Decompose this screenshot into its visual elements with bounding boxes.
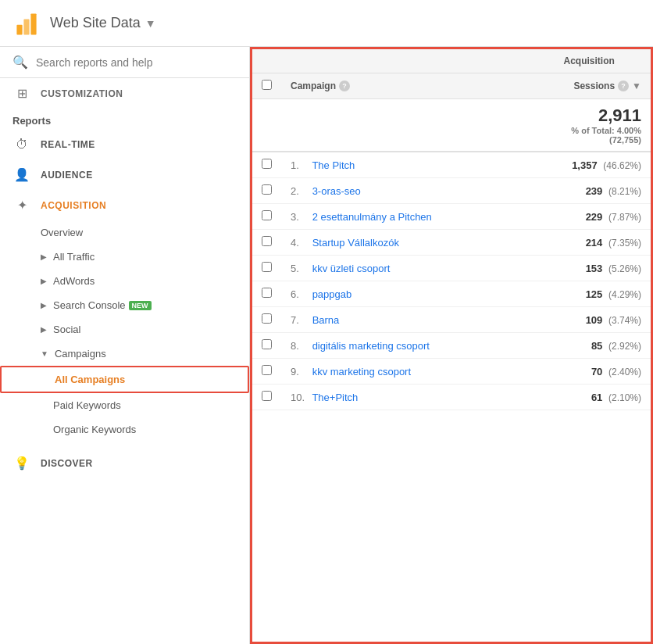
checkbox-header	[252, 49, 281, 73]
sessions-col-label: Sessions	[573, 80, 615, 91]
sessions-value: 85	[591, 340, 602, 352]
all-traffic-label: All Traffic	[53, 251, 95, 263]
row-sessions-cell: 214 (7.35%)	[527, 230, 651, 256]
row-checkbox-cell	[252, 256, 281, 281]
row-campaign-cell: 5. kkv üzleti csoport	[281, 256, 527, 281]
col-headers-row: Campaign ? Sessions ? ▼	[252, 73, 651, 99]
campaign-link[interactable]: pappgab	[312, 288, 352, 300]
campaign-link[interactable]: 2 esettanulmány a Pitchen	[312, 211, 432, 223]
table-row: 5. kkv üzleti csoport 153 (5.26%)	[252, 256, 651, 281]
ga-logo	[12, 9, 41, 38]
nav-sub-item-all-campaigns[interactable]: All Campaigns	[0, 366, 249, 393]
campaign-link[interactable]: kkv marketing csoport	[312, 366, 411, 377]
total-sessions-cell: 2,911 % of Total: 4.00% (72,755)	[527, 99, 651, 152]
row-checkbox[interactable]	[262, 236, 272, 246]
row-checkbox[interactable]	[262, 313, 272, 324]
svg-rect-1	[23, 19, 29, 34]
campaign-link[interactable]: kkv üzleti csoport	[312, 263, 391, 274]
table-row: 6. pappgab 125 (4.29%)	[252, 281, 651, 307]
col-campaign-header[interactable]: Campaign ?	[281, 73, 527, 99]
sessions-value: 1,357	[572, 159, 598, 171]
campaign-link[interactable]: The+Pitch	[312, 392, 358, 403]
search-input[interactable]	[36, 56, 237, 69]
acquisition-label: ACQUISITION	[41, 200, 106, 211]
campaigns-label: Campaigns	[55, 348, 106, 360]
campaign-link[interactable]: Startup Vállalkozók	[312, 237, 399, 249]
total-pct-value: (72,755)	[609, 135, 641, 145]
sidebar-item-audience[interactable]: 👤 AUDIENCE	[0, 159, 249, 190]
row-number: 1.	[291, 159, 309, 171]
sessions-pct: (7.87%)	[608, 212, 641, 223]
row-checkbox[interactable]	[262, 365, 272, 375]
row-checkbox[interactable]	[262, 210, 272, 220]
app-header: Web Site Data ▼	[0, 0, 653, 47]
campaign-link[interactable]: digitális marketing csoport	[312, 340, 430, 352]
campaigns-table: Acquisition Campaign ?	[252, 49, 651, 410]
total-pct-label: % of Total: 4.00%	[571, 126, 641, 135]
audience-icon: 👤	[12, 167, 31, 182]
nav-sub-item-organic-keywords[interactable]: Organic Keywords	[0, 417, 249, 442]
row-checkbox-cell	[252, 152, 281, 178]
site-title[interactable]: Web Site Data ▼	[50, 15, 156, 31]
row-sessions-cell: 229 (7.87%)	[527, 204, 651, 230]
row-checkbox[interactable]	[262, 391, 272, 401]
sessions-value: 125	[586, 288, 603, 300]
search-bar: 🔍	[0, 47, 249, 78]
row-checkbox[interactable]	[262, 159, 272, 169]
sidebar: 🔍 ⊞ CUSTOMIZATION Reports ⏱ REAL-TIME 👤 …	[0, 47, 250, 644]
discover-label: DISCOVER	[41, 458, 93, 469]
nav-item-adwords[interactable]: ▶ AdWords	[0, 269, 249, 293]
search-icon: 🔍	[12, 55, 28, 70]
sidebar-item-discover[interactable]: 💡 DISCOVER	[0, 448, 249, 478]
social-label: Social	[53, 324, 80, 335]
social-arrow: ▶	[41, 325, 47, 334]
paid-keywords-label: Paid Keywords	[53, 399, 121, 411]
discover-icon: 💡	[12, 456, 31, 470]
row-number: 3.	[291, 211, 309, 223]
adwords-arrow: ▶	[41, 277, 47, 285]
table-row: 9. kkv marketing csoport 70 (2.40%)	[252, 359, 651, 385]
campaign-help-icon[interactable]: ?	[339, 80, 350, 91]
all-traffic-arrow: ▶	[41, 252, 47, 261]
search-console-arrow: ▶	[41, 301, 47, 309]
sidebar-item-realtime[interactable]: ⏱ REAL-TIME	[0, 130, 249, 159]
col-sessions-header[interactable]: Sessions ? ▼	[527, 73, 651, 99]
total-checkbox-cell	[252, 99, 281, 152]
row-checkbox-cell	[252, 281, 281, 307]
sidebar-item-customization[interactable]: ⊞ CUSTOMIZATION	[0, 78, 249, 109]
row-sessions-cell: 125 (4.29%)	[527, 281, 651, 307]
select-all-checkbox[interactable]	[262, 80, 272, 90]
site-name: Web Site Data	[50, 15, 141, 31]
campaign-col-label: Campaign	[291, 80, 336, 91]
sessions-help-icon[interactable]: ?	[618, 80, 629, 91]
nav-item-social[interactable]: ▶ Social	[0, 317, 249, 342]
campaign-link[interactable]: The Pitch	[312, 159, 355, 171]
row-number: 9.	[291, 366, 309, 377]
table-row: 8. digitális marketing csoport 85 (2.92%…	[252, 333, 651, 359]
row-checkbox[interactable]	[262, 184, 272, 195]
nav-item-search-console[interactable]: ▶ Search Console NEW	[0, 293, 249, 317]
row-number: 7.	[291, 314, 309, 326]
nav-sub-item-paid-keywords[interactable]: Paid Keywords	[0, 393, 249, 417]
sessions-pct: (2.40%)	[608, 367, 641, 377]
row-checkbox[interactable]	[262, 339, 272, 349]
nav-item-campaigns[interactable]: ▼ Campaigns	[0, 342, 249, 366]
nav-item-overview[interactable]: Overview	[0, 220, 249, 245]
row-campaign-cell: 6. pappgab	[281, 281, 527, 307]
row-checkbox[interactable]	[262, 262, 272, 272]
acq-header-row: Acquisition	[252, 49, 651, 73]
sessions-pct: (7.35%)	[608, 238, 641, 249]
svg-rect-0	[16, 24, 22, 34]
row-number: 6.	[291, 288, 309, 300]
nav-item-all-traffic[interactable]: ▶ All Traffic	[0, 245, 249, 269]
sidebar-item-acquisition[interactable]: ✦ ACQUISITION	[0, 190, 249, 220]
row-checkbox[interactable]	[262, 288, 272, 298]
campaign-link[interactable]: Barna	[312, 314, 340, 326]
row-checkbox-cell	[252, 333, 281, 359]
row-campaign-cell: 9. kkv marketing csoport	[281, 359, 527, 385]
campaign-link[interactable]: 3-oras-seo	[312, 185, 361, 197]
row-campaign-cell: 1. The Pitch	[281, 152, 527, 178]
svg-rect-2	[30, 13, 36, 34]
total-row: 2,911 % of Total: 4.00% (72,755)	[252, 99, 651, 152]
total-sessions-value: 2,911	[537, 106, 641, 126]
